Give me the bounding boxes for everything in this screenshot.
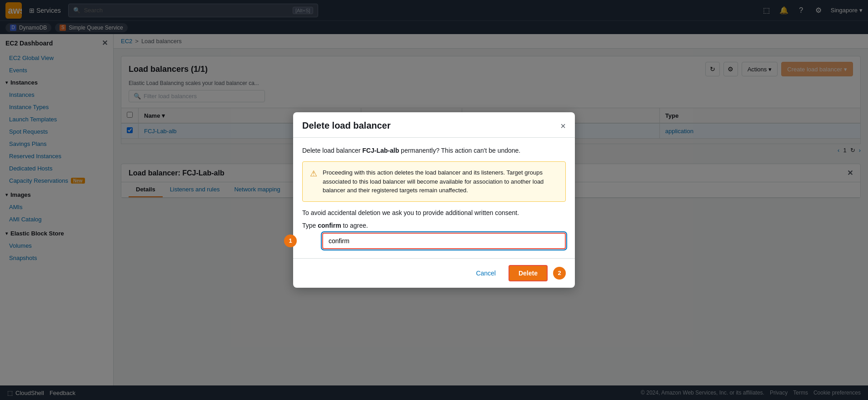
dialog-close-button[interactable]: × [560,121,566,130]
confirm-input-container: 1 [302,233,566,249]
warning-icon: ⚠ [310,169,317,195]
warning-box: ⚠ Proceeding with this action deletes th… [302,161,566,202]
step-2-indicator: 2 [553,267,566,280]
cancel-button[interactable]: Cancel [469,266,503,280]
dialog-header: Delete load balancer × [293,112,575,138]
step-1-indicator: 1 [284,235,297,247]
consent-text: To avoid accidental deletion we ask you … [302,209,566,216]
confirm-input[interactable] [322,233,566,249]
delete-dialog: Delete load balancer × Delete load balan… [293,112,575,288]
dialog-body: Delete load balancer FCJ-Lab-alb permane… [293,138,575,258]
delete-button[interactable]: Delete [509,265,548,281]
dialog-footer: Cancel Delete 2 [293,258,575,288]
dialog-title: Delete load balancer [302,120,391,131]
dialog-balancer-name: FCJ-Lab-alb [362,147,399,154]
dialog-description: Delete load balancer FCJ-Lab-alb permane… [302,147,566,154]
warning-text: Proceeding with this action deletes the … [323,168,558,195]
confirm-label: Type confirm to agree. [302,222,566,229]
modal-overlay: Delete load balancer × Delete load balan… [0,0,868,400]
